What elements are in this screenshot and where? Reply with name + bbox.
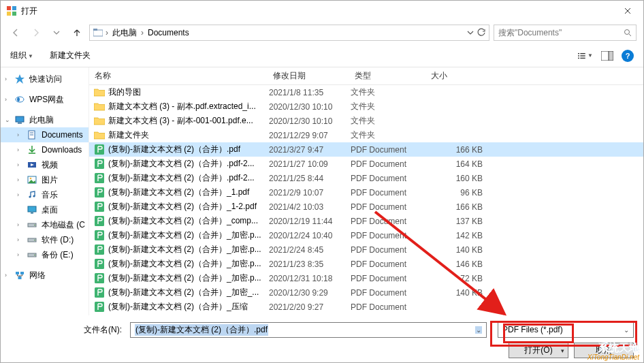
col-date[interactable]: 修改日期 [268, 70, 349, 82]
file-row[interactable]: (复制)-新建文本文档 (2)（合并）_1-2.pdf2021/4/2 10:0… [89, 200, 643, 214]
sidebar-item[interactable]: ›备份 (E:) [1, 247, 88, 262]
svg-rect-9 [578, 55, 579, 56]
col-name[interactable]: 名称 [89, 70, 268, 82]
file-date: 2021/2/9 10:07 [269, 188, 351, 198]
sidebar-item[interactable]: ›Downloads [1, 142, 88, 157]
up-button[interactable] [69, 25, 85, 41]
sidebar-item-label: 备份 (E:) [42, 249, 74, 261]
chevron-right-icon[interactable]: › [17, 221, 19, 228]
file-row[interactable]: (复制)-新建文本文档 (2)（合并）_加密.p...2020/12/31 10… [89, 271, 643, 285]
chevron-right-icon[interactable]: › [17, 251, 19, 258]
file-date: 2020/12/31 10:18 [269, 274, 351, 283]
drive-icon [27, 234, 37, 245]
chevron-right-icon[interactable]: › [5, 76, 7, 82]
file-date: 2020/12/30 9:29 [269, 288, 351, 298]
recent-chevron[interactable] [48, 25, 65, 41]
chevron-right-icon[interactable]: › [17, 161, 19, 168]
sidebar-item[interactable]: ›视频 [1, 157, 88, 172]
chevron-right-icon[interactable]: › [5, 272, 7, 279]
sidebar-item[interactable]: ›Documents [1, 127, 88, 142]
newfolder-button[interactable]: 新建文件夹 [50, 50, 91, 61]
breadcrumb-seg[interactable]: Documents [146, 27, 191, 38]
chevron-down-icon[interactable]: ⌄ [5, 116, 10, 123]
sidebar-item[interactable]: ›WPS网盘 [1, 92, 88, 107]
file-row[interactable]: (复制)-新建文本文档 (2)（合并）_加密.p...2021/2/24 8:4… [89, 242, 643, 257]
file-row[interactable]: (复制)-新建文本文档 (2)（合并）.pdf2021/3/27 9:47PDF… [89, 142, 643, 157]
file-size: 137 KB [427, 217, 488, 226]
sidebar-item[interactable]: ›音乐 [1, 187, 88, 202]
sidebar-item[interactable]: 桌面 [1, 202, 88, 217]
chevron-right-icon[interactable]: › [17, 146, 19, 153]
open-button[interactable]: 打开(O)▾ [509, 343, 568, 358]
svg-rect-18 [16, 116, 24, 122]
col-size[interactable]: 大小 [425, 70, 491, 82]
sidebar-item[interactable]: ⌄此电脑 [1, 112, 88, 127]
organize-button[interactable]: 组织▼ [10, 50, 33, 61]
breadcrumb-seg[interactable]: 此电脑 [110, 27, 139, 40]
chevron-right-icon[interactable]: › [17, 236, 19, 243]
file-name: (复制)-新建文本文档 (2)（合并）_comp... [106, 215, 269, 227]
file-date: 2020/12/30 10:10 [269, 102, 351, 112]
file-row[interactable]: (复制)-新建文本文档 (2)（合并）_加密.p...2020/12/24 10… [89, 228, 643, 242]
svg-point-6 [625, 30, 630, 35]
file-row[interactable]: (复制)-新建文本文档 (2)（合并）.pdf-2...2021/1/25 8:… [89, 171, 643, 185]
file-row[interactable]: (复制)-新建文本文档 (2)（合并）_1.pdf2021/2/9 10:07P… [89, 185, 643, 200]
chevron-down-icon[interactable] [467, 29, 474, 36]
pdf-icon [93, 144, 106, 155]
chevron-right-icon[interactable]: › [17, 191, 19, 198]
help-icon[interactable]: ? [622, 50, 634, 62]
file-row[interactable]: (复制)-新建文本文档 (2)（合并）.pdf-2...2021/1/27 10… [89, 157, 643, 171]
file-name: 新建文件夹 [106, 129, 269, 141]
window-title: 打开 [21, 5, 37, 17]
file-size: 140 KB [427, 288, 488, 298]
cancel-button[interactable]: 取消 [574, 343, 634, 358]
svg-rect-5 [93, 29, 97, 31]
filename-input[interactable]: (复制)-新建文本文档 (2)（合并）.pdf ⌄ [130, 322, 487, 338]
address-bar[interactable]: › 此电脑 › Documents [89, 25, 489, 41]
chevron-right-icon[interactable]: › [17, 176, 19, 183]
file-size: 72 KB [427, 274, 488, 283]
sidebar-item[interactable]: ›本地磁盘 (C [1, 217, 88, 232]
view-icon[interactable]: ▼ [578, 50, 593, 62]
file-row[interactable]: (复制)-新建文本文档 (2)（合并）_加密_...2020/12/30 9:2… [89, 285, 643, 300]
file-row[interactable]: (复制)-新建文本文档 (2)（合并）_压缩2021/2/20 9:27PDF … [89, 300, 643, 314]
filter-dropdown[interactable]: PDF Files (*.pdf) ⌄ [498, 322, 634, 338]
svg-rect-39 [18, 277, 22, 279]
chevron-right-icon[interactable]: › [5, 96, 7, 103]
file-row[interactable]: 新建文本文档 (3) - 副本.pdf.extracted_i...2020/1… [89, 99, 643, 114]
col-type[interactable]: 类型 [349, 70, 425, 82]
file-row[interactable]: 新建文件夹2021/12/29 9:07文件夹 [89, 128, 643, 142]
close-button[interactable] [612, 1, 643, 21]
file-row[interactable]: 新建文本文档 (3) - 副本-001-001.pdf.e...2020/12/… [89, 114, 643, 128]
file-row[interactable]: (复制)-新建文本文档 (2)（合并）_加密.p...2021/1/23 8:3… [89, 257, 643, 271]
back-button[interactable] [7, 25, 24, 41]
split-chevron-icon[interactable]: ▾ [561, 347, 564, 354]
svg-rect-1 [12, 6, 16, 10]
sidebar-item-label: 快速访问 [29, 74, 62, 85]
chevron-right-icon[interactable]: › [17, 131, 19, 138]
network-icon [14, 270, 25, 281]
sidebar-item[interactable]: ›网络 [1, 268, 88, 283]
svg-rect-4 [93, 30, 103, 36]
file-row[interactable]: 我的导图2021/1/8 11:35文件夹 [89, 85, 643, 99]
file-name: (复制)-新建文本文档 (2)（合并）_1.pdf [106, 187, 269, 198]
chevron-down-icon[interactable]: ⌄ [475, 326, 482, 334]
chevron-down-icon: ⌄ [624, 326, 629, 334]
search-placeholder: 搜索"Documents" [498, 27, 562, 39]
downloads-icon [27, 144, 37, 155]
refresh-icon[interactable] [477, 28, 486, 37]
sidebar-item-label: 桌面 [42, 204, 58, 216]
svg-point-27 [29, 195, 31, 198]
sidebar: ›快速访问›WPS网盘⌄此电脑›Documents›Downloads›视频›图… [1, 67, 89, 315]
sidebar-item[interactable]: ›图片 [1, 172, 88, 187]
forward-button[interactable] [28, 25, 44, 41]
file-row[interactable]: (复制)-新建文本文档 (2)（合并）_comp...2020/12/19 11… [89, 214, 643, 228]
file-pane: 名称 修改日期 类型 大小 我的导图2021/1/8 11:35文件夹新建文本文… [89, 67, 643, 315]
search-input[interactable]: 搜索"Documents" [494, 25, 637, 41]
sidebar-item[interactable]: ›快速访问 [1, 72, 88, 86]
file-name: (复制)-新建文本文档 (2)（合并）_1-2.pdf [106, 201, 269, 212]
thispc-icon [14, 114, 25, 125]
pdf-icon [93, 244, 106, 255]
sidebar-item[interactable]: ›软件 (D:) [1, 232, 88, 247]
preview-pane-icon[interactable] [600, 50, 615, 62]
